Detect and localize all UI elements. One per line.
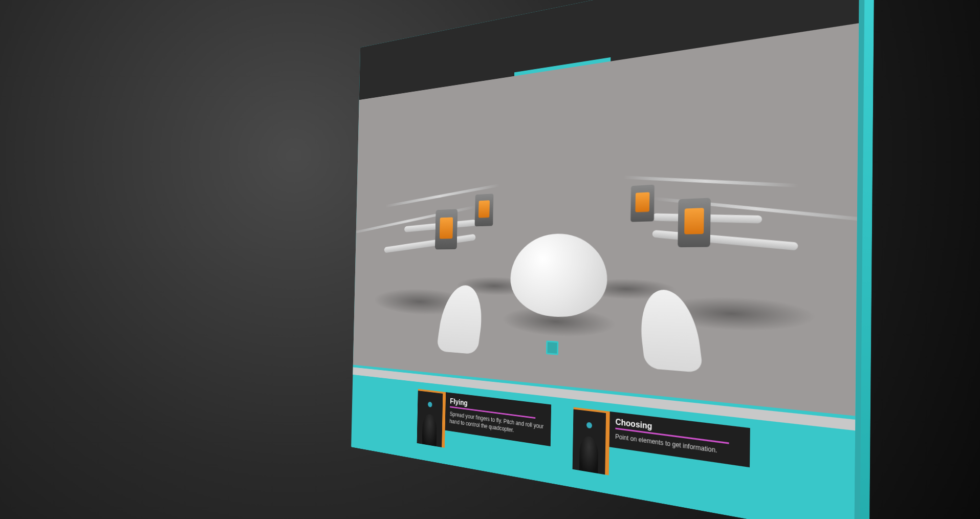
drone-motor (475, 193, 494, 226)
gesture-dot-icon (428, 402, 432, 407)
floating-panel: Flying Spread your fingers to fly. Pitch… (351, 0, 860, 519)
hand-silhouette-icon (579, 435, 598, 473)
card-text: Flying Spread your fingers to fly. Pitch… (445, 392, 552, 446)
gesture-dot-icon (586, 422, 592, 428)
quadcopter-drone[interactable] (444, 204, 694, 355)
drone-arm (384, 234, 476, 253)
card-text: Choosing Point on elements to get inform… (609, 412, 750, 467)
hand-gesture-icon (417, 389, 443, 447)
hand-point-icon (573, 407, 606, 475)
panel-front: Flying Spread your fingers to fly. Pitch… (351, 0, 860, 519)
drone-motor (435, 209, 458, 249)
drone-motor (678, 198, 711, 247)
hand-silhouette-icon (422, 413, 437, 446)
help-card-choosing[interactable]: Choosing Point on elements to get inform… (573, 407, 750, 499)
drone-arm (652, 230, 798, 250)
drone-hull (510, 233, 608, 319)
selection-cursor-icon[interactable] (546, 340, 558, 355)
drone-motor (630, 185, 655, 222)
scene-3d: Flying Spread your fingers to fly. Pitch… (0, 0, 980, 519)
help-card-flying[interactable]: Flying Spread your fingers to fly. Pitch… (417, 389, 552, 466)
